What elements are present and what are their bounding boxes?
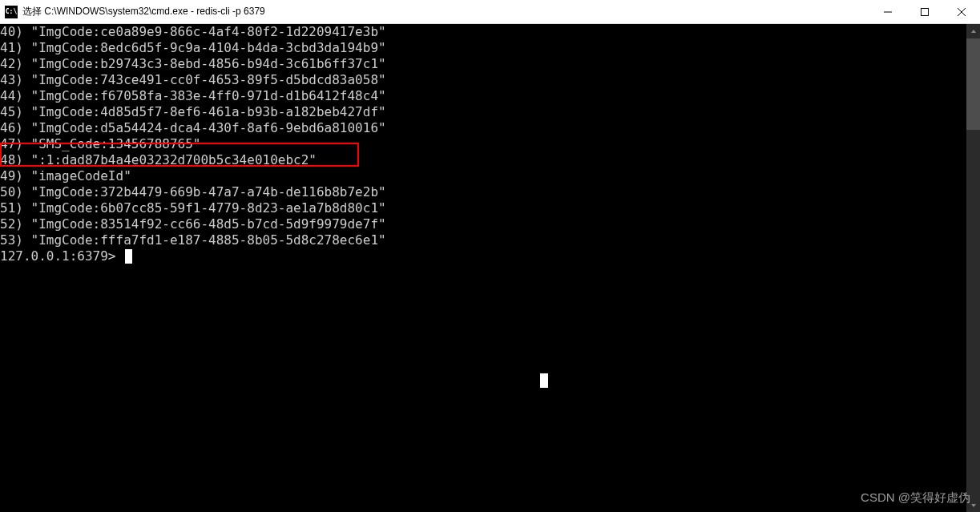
svg-marker-5	[971, 504, 976, 507]
terminal-line: 48) ":1:dad87b4a4e03232d700b5c34e010ebc2…	[0, 152, 966, 168]
terminal-line: 46) "ImgCode:d5a54424-dca4-430f-8af6-9eb…	[0, 120, 966, 136]
title-bar: C:\ 选择 C:\WINDOWS\system32\cmd.exe - red…	[0, 0, 980, 24]
text-caret	[540, 373, 548, 388]
scrollbar-down-button[interactable]	[966, 498, 980, 512]
terminal[interactable]: 40) "ImgCode:ce0a89e9-866c-4af4-80f2-1d2…	[0, 24, 966, 512]
terminal-line: 47) "SMS_Code:13456788765"	[0, 136, 966, 152]
terminal-line: 44) "ImgCode:f67058fa-383e-4ff0-971d-d1b…	[0, 88, 966, 104]
scrollbar-thumb[interactable]	[966, 38, 980, 130]
close-button[interactable]	[943, 0, 980, 23]
terminal-line: 52) "ImgCode:83514f92-cc66-48d5-b7cd-5d9…	[0, 216, 966, 232]
terminal-prompt-line[interactable]: 127.0.0.1:6379>	[0, 248, 966, 264]
cursor	[125, 249, 132, 264]
terminal-line: 40) "ImgCode:ce0a89e9-866c-4af4-80f2-1d2…	[0, 24, 966, 40]
window-controls	[869, 0, 980, 23]
maximize-button[interactable]	[906, 0, 943, 23]
minimize-button[interactable]	[869, 0, 906, 23]
terminal-line: 50) "ImgCode:372b4479-669b-47a7-a74b-de1…	[0, 184, 966, 200]
svg-rect-1	[922, 8, 929, 15]
terminal-line: 49) "imageCodeId"	[0, 168, 966, 184]
terminal-line: 41) "ImgCode:8edc6d5f-9c9a-4104-b4da-3cb…	[0, 40, 966, 56]
terminal-line: 45) "ImgCode:4d85d5f7-8ef6-461a-b93b-a18…	[0, 104, 966, 120]
scrollbar[interactable]	[966, 24, 980, 512]
window-title: 选择 C:\WINDOWS\system32\cmd.exe - redis-c…	[22, 5, 869, 18]
scrollbar-up-button[interactable]	[966, 24, 980, 38]
terminal-line: 51) "ImgCode:6b07cc85-59f1-4779-8d23-ae1…	[0, 200, 966, 216]
cmd-icon: C:\	[5, 6, 18, 18]
terminal-prompt: 127.0.0.1:6379>	[0, 248, 123, 264]
terminal-area[interactable]: 40) "ImgCode:ce0a89e9-866c-4af4-80f2-1d2…	[0, 24, 980, 512]
terminal-line: 42) "ImgCode:b29743c3-8ebd-4856-b94d-3c6…	[0, 56, 966, 72]
terminal-line: 43) "ImgCode:743ce491-cc0f-4653-89f5-d5b…	[0, 72, 966, 88]
svg-marker-4	[971, 30, 976, 33]
terminal-line: 53) "ImgCode:fffa7fd1-e187-4885-8b05-5d8…	[0, 232, 966, 248]
